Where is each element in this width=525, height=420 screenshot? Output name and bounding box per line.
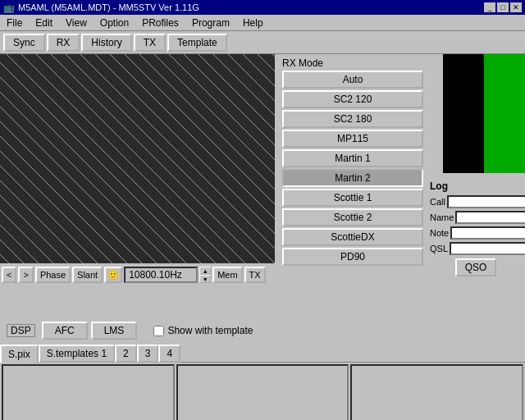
tab-4[interactable]: 4 bbox=[158, 345, 180, 363]
log-row-name: Name bbox=[430, 211, 522, 224]
log-input-qsl[interactable] bbox=[450, 242, 525, 255]
log-input-call[interactable] bbox=[447, 195, 525, 208]
dsp-btn-afc[interactable]: AFC bbox=[42, 322, 88, 340]
menu-item-view[interactable]: View bbox=[59, 16, 94, 30]
menu-item-help[interactable]: Help bbox=[236, 16, 270, 30]
menu-item-program[interactable]: Program bbox=[185, 16, 236, 30]
log-input-note[interactable] bbox=[450, 226, 525, 240]
log-label-note: Note bbox=[430, 228, 449, 238]
color-display bbox=[443, 54, 525, 173]
toolbar: SyncRXHistoryTXTemplate bbox=[0, 31, 525, 54]
frequency-spinner[interactable]: ▲ ▼ bbox=[199, 267, 211, 283]
show-template-row: Show with template bbox=[153, 325, 253, 336]
minimize-button[interactable]: _ bbox=[484, 2, 495, 12]
title-bar-text: M5AML (M5AML.MDT) - MM5STV Ver 1.11G bbox=[18, 2, 199, 12]
close-button[interactable]: ✕ bbox=[510, 2, 522, 12]
rx-btn-mp115[interactable]: MP115 bbox=[282, 130, 423, 148]
rx-btn-scottie-1[interactable]: Scottie 1 bbox=[282, 189, 423, 207]
show-template-label: Show with template bbox=[167, 325, 253, 336]
bottom-panel-2 bbox=[176, 364, 349, 420]
freq-down[interactable]: ▼ bbox=[199, 275, 211, 283]
image-panel: < > Phase Slant 🙂 10800.10Hz ▲ ▼ Mem TX bbox=[0, 54, 275, 286]
bottom-panel-3 bbox=[350, 364, 523, 420]
next-button[interactable]: > bbox=[18, 267, 33, 283]
log-label-call: Call bbox=[430, 197, 445, 207]
log-panel: Log CallNameNoteQSL QSO bbox=[427, 177, 525, 280]
rx-btn-scottiedx[interactable]: ScottieDX bbox=[282, 228, 423, 246]
qso-button[interactable]: QSO bbox=[455, 258, 497, 276]
menu-bar: FileEditViewOptionPRofilesProgramHelp bbox=[0, 15, 525, 31]
log-fields: CallNameNoteQSL bbox=[430, 195, 522, 255]
log-row-note: Note bbox=[430, 226, 522, 240]
menu-item-option[interactable]: Option bbox=[94, 16, 135, 30]
frequency-value: 10800.10Hz bbox=[129, 269, 182, 281]
log-label-qsl: QSL bbox=[430, 244, 448, 253]
toolbar-btn-tx[interactable]: TX bbox=[134, 34, 166, 52]
tab-s.templates-1[interactable]: S.templates 1 bbox=[39, 345, 115, 363]
emoji-button[interactable]: 🙂 bbox=[104, 267, 122, 283]
rx-btn-scottie-2[interactable]: Scottie 2 bbox=[282, 208, 423, 226]
menu-item-file[interactable]: File bbox=[0, 16, 29, 30]
menu-item-profiles[interactable]: PRofiles bbox=[135, 16, 185, 30]
mem-button[interactable]: Mem bbox=[212, 267, 242, 283]
color-green bbox=[484, 54, 525, 173]
menu-item-edit[interactable]: Edit bbox=[29, 16, 59, 30]
rx-btn-martin-2[interactable]: Martin 2 bbox=[282, 169, 423, 187]
frequency-display: 10800.10Hz bbox=[124, 267, 198, 283]
toolbar-btn-template[interactable]: Template bbox=[167, 34, 227, 52]
toolbar-btn-history[interactable]: History bbox=[81, 34, 131, 52]
toolbar-btn-sync[interactable]: Sync bbox=[3, 34, 45, 52]
slant-button[interactable]: Slant bbox=[72, 267, 103, 283]
log-row-qsl: QSL bbox=[430, 242, 522, 255]
rx-btn-sc2-180[interactable]: SC2 180 bbox=[282, 110, 423, 128]
color-black bbox=[443, 54, 484, 173]
log-label-name: Name bbox=[430, 212, 454, 222]
log-row-call: Call bbox=[430, 195, 522, 208]
rx-btn-martin-1[interactable]: Martin 1 bbox=[282, 149, 423, 167]
tab-s.pix[interactable]: S.pix bbox=[0, 345, 39, 363]
rx-btn-pd90[interactable]: PD90 bbox=[282, 248, 423, 266]
rx-buttons: AutoSC2 120SC2 180MP115Martin 1Martin 2S… bbox=[282, 71, 423, 266]
maximize-button[interactable]: □ bbox=[497, 2, 509, 12]
bottom-panel-1 bbox=[2, 364, 175, 420]
tab-2[interactable]: 2 bbox=[115, 345, 137, 363]
tab-3[interactable]: 3 bbox=[137, 345, 159, 363]
log-input-name[interactable] bbox=[455, 211, 525, 224]
app-icon: 📺 bbox=[3, 2, 15, 13]
tabs-row: S.pixS.templates 1234 bbox=[0, 345, 525, 363]
rx-btn-sc2-120[interactable]: SC2 120 bbox=[282, 90, 423, 108]
phase-button[interactable]: Phase bbox=[35, 267, 71, 283]
dsp-btn-lms[interactable]: LMS bbox=[91, 322, 138, 340]
rx-mode-label: RX Mode bbox=[282, 57, 423, 69]
toolbar-btn-rx[interactable]: RX bbox=[47, 34, 80, 52]
dsp-buttons: AFCLMS bbox=[42, 322, 138, 340]
bottom-panels bbox=[0, 363, 525, 420]
rx-btn-auto[interactable]: Auto bbox=[282, 71, 423, 89]
rx-mode-panel: RX Mode AutoSC2 120SC2 180MP115Martin 1M… bbox=[279, 54, 427, 271]
tx-button[interactable]: TX bbox=[244, 267, 266, 283]
freq-up[interactable]: ▲ bbox=[199, 267, 211, 275]
prev-button[interactable]: < bbox=[2, 267, 16, 283]
show-template-checkbox[interactable] bbox=[153, 326, 164, 336]
log-label: Log bbox=[430, 180, 522, 192]
dsp-label: DSP bbox=[7, 324, 35, 337]
